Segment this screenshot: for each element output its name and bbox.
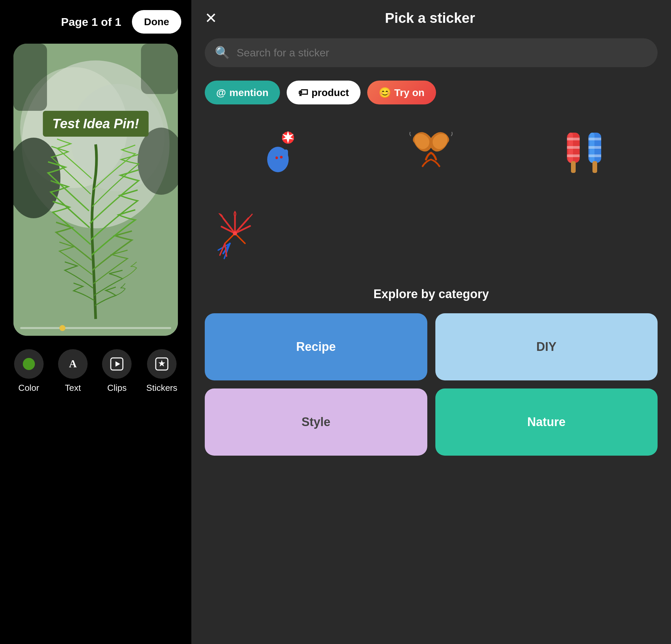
popsicle-sticker-svg [558, 126, 611, 180]
sticker-tags: @ mention 🏷 product 😊 Try on [205, 80, 658, 104]
toolbar: Color A Text Clips [0, 336, 191, 393]
svg-rect-30 [588, 146, 601, 149]
snap-sticker-svg [251, 126, 305, 180]
svg-rect-24 [567, 146, 580, 149]
tool-color[interactable]: Color [14, 349, 43, 393]
clips-icon-wrap [102, 349, 131, 379]
svg-rect-6 [13, 43, 47, 111]
search-input[interactable] [237, 47, 647, 59]
tryon-label: Try on [394, 87, 425, 98]
svg-rect-32 [593, 161, 597, 173]
svg-rect-29 [588, 138, 601, 140]
tool-text[interactable]: A Text [58, 349, 88, 393]
text-label: Text [65, 383, 81, 393]
svg-rect-7 [141, 43, 178, 94]
text-icon-wrap: A [58, 349, 88, 379]
left-panel: Page 1 of 1 Done [0, 0, 191, 644]
explore-section: Explore by category Recipe DIY Style Nat… [205, 287, 658, 456]
sticker-panel-title: Pick a sticker [227, 10, 633, 26]
sticker-fireworks-row [205, 203, 658, 270]
product-icon: 🏷 [298, 87, 308, 98]
sticker-fireworks[interactable] [205, 203, 265, 270]
tag-tryon[interactable]: 😊 Try on [367, 80, 436, 104]
right-panel: ✕ Pick a sticker 🔍 @ mention 🏷 product 😊… [191, 0, 671, 644]
explore-title: Explore by category [205, 287, 658, 301]
page-header: Page 1 of 1 Done [0, 10, 191, 34]
mention-prefix: @ [216, 87, 226, 98]
svg-line-38 [225, 233, 235, 243]
svg-point-8 [23, 358, 35, 370]
category-nature[interactable]: Nature [435, 389, 658, 456]
sticker-header: ✕ Pick a sticker [205, 10, 658, 26]
close-button[interactable]: ✕ [205, 11, 217, 26]
tool-clips[interactable]: Clips [102, 349, 131, 393]
canvas-area: Test Idea Pin! [13, 43, 178, 336]
svg-rect-17 [284, 149, 288, 159]
nature-label: Nature [527, 415, 566, 429]
color-label: Color [18, 383, 39, 393]
svg-rect-31 [588, 154, 601, 157]
category-diy[interactable]: DIY [435, 313, 658, 380]
svg-rect-25 [567, 154, 580, 157]
done-button[interactable]: Done [132, 10, 181, 34]
svg-point-18 [275, 156, 278, 159]
search-bar[interactable]: 🔍 [205, 38, 658, 67]
recipe-label: Recipe [296, 340, 336, 354]
svg-text:A: A [69, 357, 77, 370]
category-recipe[interactable]: Recipe [205, 313, 427, 380]
timeline-bar[interactable] [20, 327, 171, 329]
svg-marker-11 [115, 361, 120, 367]
search-icon: 🔍 [215, 46, 230, 60]
timeline-handle[interactable] [60, 325, 65, 331]
mention-label: mention [229, 87, 268, 98]
category-style[interactable]: Style [205, 389, 427, 456]
sticker-popsicle[interactable] [511, 119, 658, 186]
sticker-hug[interactable] [358, 119, 504, 186]
stickers-icon [154, 356, 170, 372]
svg-line-35 [235, 218, 249, 233]
tag-mention[interactable]: @ mention [205, 80, 280, 104]
sticker-grid [205, 119, 658, 186]
color-icon-wrap [14, 349, 43, 379]
svg-rect-26 [571, 161, 576, 173]
fern-illustration [39, 124, 153, 326]
product-label: product [312, 87, 349, 98]
tag-product[interactable]: 🏷 product [287, 80, 360, 104]
svg-line-39 [235, 233, 245, 243]
fireworks-sticker-svg [205, 206, 265, 267]
category-grid: Recipe DIY Style Nature [205, 313, 658, 456]
stickers-icon-wrap [147, 349, 177, 379]
style-label: Style [301, 415, 330, 429]
canvas-background: Test Idea Pin! [13, 43, 178, 336]
page-title: Page 1 of 1 [50, 15, 132, 28]
clips-label: Clips [107, 383, 127, 393]
stickers-label: Stickers [146, 383, 177, 393]
sticker-snap[interactable] [205, 119, 351, 186]
hug-sticker-svg [404, 126, 458, 180]
tool-stickers[interactable]: Stickers [146, 349, 177, 393]
clips-icon [109, 356, 125, 372]
tryon-icon: 😊 [379, 87, 391, 98]
text-icon: A [65, 356, 81, 372]
svg-point-19 [280, 156, 283, 159]
diy-label: DIY [536, 340, 557, 354]
svg-rect-23 [567, 138, 580, 140]
svg-point-45 [233, 231, 237, 235]
color-icon [21, 356, 37, 372]
